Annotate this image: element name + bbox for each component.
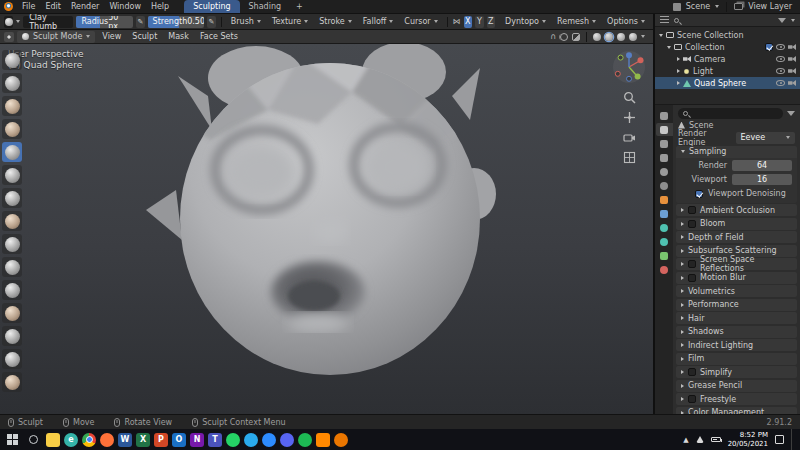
section-screen-space-reflections[interactable]: Screen Space Reflections bbox=[676, 258, 797, 270]
menu-edit[interactable]: Edit bbox=[40, 1, 66, 12]
remesh-menu[interactable]: Remesh bbox=[553, 16, 600, 28]
hide-eye-icon[interactable] bbox=[776, 56, 785, 62]
brush-scrape[interactable] bbox=[2, 326, 22, 346]
brush-pinch[interactable] bbox=[2, 349, 22, 369]
expand-arrow-icon[interactable] bbox=[659, 34, 663, 37]
radius-slider[interactable]: Radius 50 px bbox=[76, 16, 133, 28]
brush-inflate[interactable] bbox=[2, 188, 22, 208]
brush-menu[interactable]: Brush bbox=[227, 16, 265, 28]
section-sampling[interactable]: Sampling bbox=[676, 146, 797, 158]
stroke-menu[interactable]: Stroke bbox=[315, 16, 356, 28]
outliner-row-scene-collection[interactable]: Scene Collection bbox=[655, 29, 800, 41]
taskbar-clock[interactable]: 8:52 PM 20/05/2021 bbox=[728, 431, 768, 449]
section-checkbox[interactable] bbox=[688, 274, 696, 282]
scene-selector[interactable]: Scene bbox=[686, 2, 710, 11]
sculpt-menu[interactable]: Sculpt bbox=[128, 32, 161, 41]
brush-flatten[interactable] bbox=[2, 280, 22, 300]
render-visibility-icon[interactable] bbox=[788, 56, 796, 62]
shading-wireframe-icon[interactable] bbox=[593, 33, 601, 41]
brush-grab[interactable] bbox=[2, 372, 22, 392]
expand-arrow-icon[interactable] bbox=[677, 81, 680, 85]
face-sets-menu[interactable]: Face Sets bbox=[196, 32, 242, 41]
render-engine-select[interactable]: Eevee bbox=[736, 132, 795, 144]
chevron-down-icon[interactable] bbox=[791, 19, 795, 22]
taskbar-app-powerpoint[interactable]: P bbox=[154, 433, 168, 447]
strength-slider[interactable]: Strength 0.500 bbox=[148, 16, 205, 28]
section-depth-of-field[interactable]: Depth of Field bbox=[676, 231, 797, 243]
section-shadows[interactable]: Shadows bbox=[676, 326, 797, 338]
radius-pressure-button[interactable]: ✎ bbox=[136, 16, 144, 28]
taskbar-app-zoom[interactable] bbox=[262, 433, 276, 447]
render-visibility-icon[interactable] bbox=[788, 68, 796, 74]
collection-checkbox[interactable] bbox=[765, 43, 773, 51]
taskbar-app-excel[interactable]: X bbox=[136, 433, 150, 447]
filter-icon[interactable] bbox=[787, 111, 795, 116]
taskbar-app-firefox[interactable] bbox=[100, 433, 114, 447]
symmetry-y-toggle[interactable]: Y bbox=[475, 16, 483, 28]
snapping-magnet-icon[interactable]: ∩ bbox=[550, 33, 556, 41]
3d-viewport[interactable]: User Perspective (1) Quad Sphere bbox=[0, 44, 653, 414]
render-visibility-icon[interactable] bbox=[788, 44, 796, 50]
expand-arrow-icon[interactable] bbox=[677, 57, 680, 61]
ptab-modifiers[interactable] bbox=[656, 207, 673, 220]
camera-view-icon[interactable] bbox=[623, 131, 636, 144]
taskbar-app-spotify[interactable] bbox=[298, 433, 312, 447]
taskbar-app-telegram[interactable] bbox=[244, 433, 258, 447]
add-workspace-button[interactable]: + bbox=[290, 2, 309, 11]
taskbar-app-chrome[interactable] bbox=[82, 433, 96, 447]
section-checkbox[interactable] bbox=[688, 368, 696, 376]
brush-fill[interactable] bbox=[2, 303, 22, 323]
outliner-row-light[interactable]: Light bbox=[655, 65, 800, 77]
expand-arrow-icon[interactable] bbox=[677, 69, 680, 73]
taskbar-app-blender[interactable] bbox=[334, 433, 348, 447]
menu-help[interactable]: Help bbox=[146, 1, 174, 12]
sculpted-head-mesh[interactable] bbox=[0, 44, 653, 414]
taskbar-app-onenote[interactable]: N bbox=[190, 433, 204, 447]
properties-search-input[interactable] bbox=[678, 108, 783, 119]
taskbar-search-button[interactable] bbox=[25, 431, 42, 448]
menu-render[interactable]: Render bbox=[66, 1, 104, 12]
taskbar-app-edge[interactable]: e bbox=[64, 433, 78, 447]
outliner-row-quad-sphere[interactable]: Quad Sphere bbox=[655, 77, 800, 89]
brush-draw[interactable] bbox=[2, 50, 22, 70]
symmetry-x-toggle[interactable]: X bbox=[464, 16, 472, 28]
section-checkbox[interactable] bbox=[688, 206, 696, 214]
menu-file[interactable]: File bbox=[17, 1, 40, 12]
viewport-samples-field[interactable]: 16 bbox=[732, 174, 792, 185]
shading-rendered-icon[interactable] bbox=[629, 33, 637, 41]
texture-menu[interactable]: Texture bbox=[268, 16, 312, 28]
strength-pressure-button[interactable]: ✎ bbox=[207, 16, 215, 28]
expand-arrow-icon[interactable] bbox=[667, 46, 671, 49]
section-hair[interactable]: Hair bbox=[676, 312, 797, 324]
brush-dropdown-chevron-icon[interactable] bbox=[16, 20, 20, 23]
ptab-particles[interactable] bbox=[656, 221, 673, 234]
ptab-tool[interactable] bbox=[656, 109, 673, 122]
workspace-tab-sculpting[interactable]: Sculpting bbox=[184, 0, 239, 13]
brush-layer[interactable] bbox=[2, 165, 22, 185]
editor-type-icon[interactable] bbox=[4, 32, 14, 42]
brush-clay-thumb[interactable] bbox=[2, 142, 22, 162]
mask-menu[interactable]: Mask bbox=[164, 32, 193, 41]
view-menu[interactable]: View bbox=[98, 32, 125, 41]
options-menu[interactable]: Options bbox=[603, 16, 649, 28]
viewport-denoising-checkbox[interactable] bbox=[695, 190, 703, 198]
brush-draw-sharp[interactable] bbox=[2, 73, 22, 93]
cursor-menu[interactable]: Cursor bbox=[400, 16, 441, 28]
ptab-output[interactable] bbox=[656, 137, 673, 150]
blender-logo-icon[interactable] bbox=[4, 2, 13, 11]
brush-name-field[interactable]: Clay Thumb bbox=[23, 16, 73, 28]
ptab-material[interactable] bbox=[656, 263, 673, 276]
taskbar-app-discord[interactable] bbox=[280, 433, 294, 447]
outliner-row-collection[interactable]: Collection bbox=[655, 41, 800, 53]
section-freestyle[interactable]: Freestyle bbox=[676, 393, 797, 405]
action-center-icon[interactable] bbox=[775, 435, 784, 444]
ptab-scene[interactable] bbox=[656, 165, 673, 178]
navigation-gizmo[interactable] bbox=[612, 50, 646, 84]
dyntopo-menu[interactable]: Dyntopo bbox=[501, 16, 550, 28]
section-checkbox[interactable] bbox=[688, 395, 696, 403]
taskbar-app-word[interactable]: W bbox=[118, 433, 132, 447]
section-performance[interactable]: Performance bbox=[676, 299, 797, 311]
zoom-icon[interactable] bbox=[623, 91, 636, 104]
start-button[interactable] bbox=[4, 431, 21, 448]
overlays-toggle-icon[interactable] bbox=[560, 33, 568, 41]
